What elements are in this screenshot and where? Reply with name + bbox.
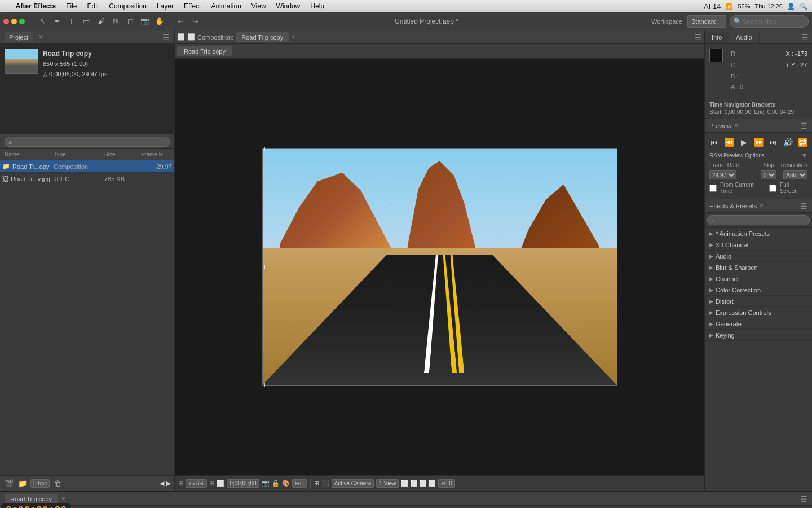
effect-distort[interactable]: ▶ Distort xyxy=(705,296,812,307)
handle-ml[interactable] xyxy=(261,265,265,269)
close-button[interactable] xyxy=(3,19,9,24)
btn-loop[interactable]: 🔁 xyxy=(796,136,809,148)
view-icon-2[interactable]: ⬜ xyxy=(410,480,418,487)
comp-views-count[interactable]: 1 View xyxy=(376,479,399,488)
menu-effect[interactable]: Effect xyxy=(179,0,205,12)
tool-shape[interactable]: ▭ xyxy=(80,15,93,28)
preview-menu[interactable]: ☰ xyxy=(800,121,807,130)
comp-panel-menu[interactable]: ☰ xyxy=(695,33,702,42)
project-panel-close[interactable]: ✕ xyxy=(38,33,43,41)
tool-camera[interactable]: 📷 xyxy=(138,15,152,28)
btn-play[interactable]: ▶ xyxy=(738,136,750,148)
preview-options-arrow[interactable]: ▼ xyxy=(801,152,807,159)
comp-timecode[interactable]: 0;00;00;00 xyxy=(227,479,259,488)
handle-bl[interactable] xyxy=(261,383,265,387)
handle-tl[interactable] xyxy=(261,147,265,151)
handle-mr[interactable] xyxy=(615,265,619,269)
project-folder[interactable]: 📁 xyxy=(17,478,28,489)
comp-view-select[interactable]: Active Camera xyxy=(332,479,374,488)
btn-next-frame[interactable]: ⏩ xyxy=(752,136,765,148)
col-size-header[interactable]: Size xyxy=(104,151,141,157)
comp-grid-icon2[interactable]: ⊞ xyxy=(314,480,319,487)
search-input[interactable] xyxy=(730,15,809,28)
menu-layer[interactable]: Layer xyxy=(152,0,178,12)
menu-user-icon[interactable]: 👤 xyxy=(787,3,795,10)
comp-name-tab[interactable]: Road Trip copy xyxy=(177,46,232,56)
comp-zoom-select[interactable]: 75.6% xyxy=(186,479,207,488)
tool-brush[interactable]: 🖌 xyxy=(94,15,108,28)
view-icon-1[interactable]: ⬜ xyxy=(401,480,409,487)
menu-aftereffects[interactable]: After Effects xyxy=(11,0,60,12)
effects-search-input[interactable] xyxy=(707,215,810,225)
menu-search-icon[interactable]: 🔍 xyxy=(800,3,807,10)
project-scroll-left[interactable]: ◀ xyxy=(160,480,164,487)
apple-menu[interactable]:  xyxy=(5,1,8,11)
btn-first-frame[interactable]: ⏮ xyxy=(708,136,721,148)
skip-select[interactable]: 0 xyxy=(761,170,776,179)
resolution-select[interactable]: Auto xyxy=(783,170,807,179)
color-swatch[interactable] xyxy=(709,49,723,62)
comp-grid-icon[interactable]: ⊞ xyxy=(178,480,183,487)
comp-camera-icon[interactable]: 📷 xyxy=(262,480,270,487)
comp-3d-icon[interactable]: ⬛ xyxy=(321,480,329,487)
info-panel-menu[interactable]: ☰ xyxy=(801,33,812,42)
btn-prev-frame[interactable]: ⏪ xyxy=(723,136,735,148)
comp-zoom-level[interactable]: +0.0 xyxy=(438,479,455,488)
workspace-select[interactable]: Standard xyxy=(687,15,726,28)
project-search-input[interactable] xyxy=(5,137,170,147)
tab-audio[interactable]: Audio xyxy=(729,32,759,43)
handle-bc[interactable] xyxy=(438,383,442,387)
project-delete[interactable]: 🗑 xyxy=(52,478,63,489)
handle-tc[interactable] xyxy=(438,147,442,151)
comp-tab-close[interactable]: ✕ xyxy=(291,34,295,40)
menu-file[interactable]: File xyxy=(61,0,81,12)
menu-animation[interactable]: Animation xyxy=(206,0,245,12)
effects-close[interactable]: ✕ xyxy=(759,202,764,209)
effect-color-correction[interactable]: ▶ Color Correction xyxy=(705,284,812,296)
btn-last-frame[interactable]: ⏭ xyxy=(767,136,779,148)
col-name-header[interactable]: Name xyxy=(2,151,54,157)
timeline-menu[interactable]: ☰ xyxy=(800,494,807,503)
project-tab[interactable]: Project xyxy=(5,32,33,42)
menu-help[interactable]: Help xyxy=(306,0,329,12)
col-fps-header[interactable]: Frame R... xyxy=(141,151,172,157)
timeline-tab[interactable]: Road Trip copy xyxy=(5,494,58,504)
view-icon-4[interactable]: ⬜ xyxy=(428,480,436,487)
project-new-item[interactable]: 🎬 xyxy=(3,478,15,489)
comp-quality[interactable]: Full xyxy=(292,479,307,488)
effect-blur-sharpen[interactable]: ▶ Blur & Sharpen xyxy=(705,262,812,273)
tool-undo[interactable]: ↩ xyxy=(174,15,187,28)
tab-info[interactable]: Info xyxy=(705,32,729,43)
effect-3d-channel[interactable]: ▶ 3D Channel xyxy=(705,239,812,251)
minimize-button[interactable] xyxy=(11,19,17,24)
col-type-header[interactable]: Type xyxy=(54,151,104,157)
comp-lock-icon[interactable]: 🔒 xyxy=(272,480,280,487)
effect-generate[interactable]: ▶ Generate xyxy=(705,318,812,330)
effect-animation-presets[interactable]: ▶ * Animation Presets xyxy=(705,228,812,239)
tool-hand[interactable]: ✋ xyxy=(153,15,166,28)
tool-clone[interactable]: ⎘ xyxy=(109,15,122,28)
project-item-comp[interactable]: 📁 Road Tr...opy Composition 29.97 xyxy=(0,160,174,173)
effects-menu[interactable]: ☰ xyxy=(800,202,807,211)
handle-tr[interactable] xyxy=(615,147,619,151)
effect-expression-controls[interactable]: ▶ Expression Controls xyxy=(705,307,812,318)
comp-view-icons[interactable]: ⬜ ⬜ ⬜ ⬜ xyxy=(401,480,436,487)
handle-br[interactable] xyxy=(615,383,619,387)
tool-redo[interactable]: ↪ xyxy=(188,15,202,28)
effect-channel[interactable]: ▶ Channel xyxy=(705,273,812,284)
timeline-tab-close[interactable]: ✕ xyxy=(61,496,65,502)
menu-edit[interactable]: Edit xyxy=(83,0,104,12)
project-item-jpg[interactable]: 🖼 Road Tr...y.jpg JPEG 785 KB xyxy=(0,173,174,185)
effect-audio[interactable]: ▶ Audio xyxy=(705,251,812,262)
tool-text[interactable]: T xyxy=(65,15,78,28)
effect-keying[interactable]: ▶ Keying xyxy=(705,330,812,341)
view-icon-3[interactable]: ⬜ xyxy=(419,480,427,487)
from-current-time-check[interactable] xyxy=(709,185,717,192)
fullscreen-button[interactable] xyxy=(19,19,25,24)
frame-rate-select[interactable]: 29.97 xyxy=(709,170,736,179)
menu-window[interactable]: Window xyxy=(272,0,305,12)
tool-pen[interactable]: ✒ xyxy=(50,15,64,28)
timeline-timecode[interactable]: 0;00;00;00 xyxy=(2,503,70,508)
project-panel-menu[interactable]: ☰ xyxy=(162,33,170,42)
tool-select[interactable]: ↖ xyxy=(36,15,49,28)
